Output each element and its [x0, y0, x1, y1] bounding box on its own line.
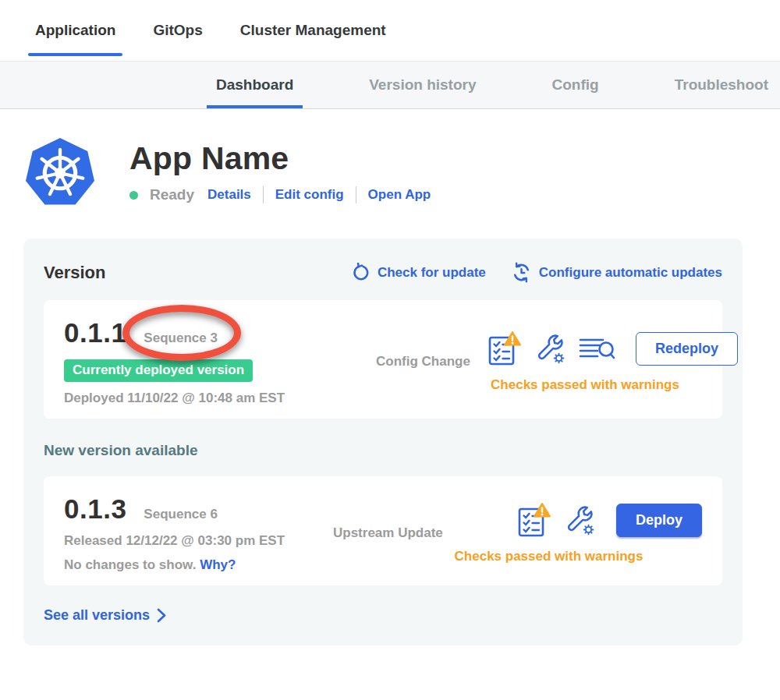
tab-version-history[interactable]: Version history [369, 62, 476, 108]
kubernetes-logo-icon [23, 134, 97, 212]
check-for-update-link[interactable]: Check for update [351, 263, 486, 282]
current-version-info: 0.1.1 Sequence 3 Currently deployed vers… [64, 317, 376, 406]
top-navigation: Application GitOps Cluster Management [0, 0, 780, 61]
auto-update-clock-icon [511, 262, 532, 283]
current-version-source-label: Config Change [376, 354, 487, 369]
gear-icon [555, 353, 564, 362]
version-panel-header: Version Check for update [44, 262, 722, 283]
available-version-actions: Deploy Checks passed with warnings [450, 503, 702, 564]
chevron-right-icon [157, 608, 166, 623]
edit-config-wrench-icon[interactable] [534, 334, 566, 365]
check-for-update-label: Check for update [378, 265, 486, 281]
new-version-heading: New version available [44, 442, 722, 459]
released-timestamp: Released 12/12/22 @ 03:30 pm EST [64, 533, 333, 549]
available-version-card: 0.1.3 Sequence 6 Released 12/12/22 @ 03:… [44, 476, 722, 585]
currently-deployed-badge: Currently deployed version [64, 359, 253, 382]
see-all-versions-label: See all versions [44, 607, 150, 624]
open-app-link[interactable]: Open App [368, 187, 431, 203]
current-version-number: 0.1.1 [64, 317, 126, 348]
current-version-sequence: Sequence 3 [144, 331, 218, 346]
current-version-card: 0.1.1 Sequence 3 Currently deployed vers… [44, 300, 722, 419]
configure-automatic-updates-link[interactable]: Configure automatic updates [511, 262, 722, 283]
sub-navigation: Dashboard Version history Config Trouble… [0, 61, 780, 109]
status-ready-dot [129, 191, 138, 200]
tab-dashboard[interactable]: Dashboard [216, 62, 293, 108]
checks-warning-text: Checks passed with warnings [450, 549, 702, 564]
nav-item-application[interactable]: Application [35, 0, 115, 61]
available-version-source-label: Upstream Update [333, 525, 450, 541]
checks-warning-text: Checks passed with warnings [487, 377, 738, 393]
app-header: App Name Ready Details Edit config Open … [0, 109, 780, 212]
preflight-checks-icon[interactable] [487, 331, 521, 367]
page-title: App Name [129, 140, 431, 177]
version-panel: Version Check for update [23, 239, 743, 645]
version-actions: Check for update Co [351, 262, 722, 283]
details-link[interactable]: Details [207, 187, 251, 203]
redeploy-button[interactable]: Redeploy [636, 332, 738, 366]
app-status-row: Ready Details Edit config Open App [129, 186, 431, 203]
see-all-versions-link[interactable]: See all versions [44, 607, 722, 624]
app-title-block: App Name Ready Details Edit config Open … [129, 134, 431, 203]
nav-item-gitops[interactable]: GitOps [153, 0, 202, 61]
divider [263, 186, 264, 203]
view-files-search-icon[interactable] [579, 334, 615, 364]
status-text: Ready [150, 186, 194, 203]
divider [356, 186, 356, 203]
edit-config-wrench-icon[interactable] [564, 505, 595, 536]
gear-icon [584, 525, 594, 534]
nav-item-cluster-management[interactable]: Cluster Management [240, 0, 386, 61]
current-version-actions: Redeploy Checks passed with warnings [487, 331, 738, 393]
app-dashboard-page: Application GitOps Cluster Management Da… [0, 0, 780, 700]
no-changes-line: No changes to show. Why? [64, 557, 333, 573]
why-link[interactable]: Why? [200, 557, 236, 572]
available-version-sequence: Sequence 6 [144, 507, 218, 522]
tab-config[interactable]: Config [552, 62, 599, 108]
available-version-info: 0.1.3 Sequence 6 Released 12/12/22 @ 03:… [64, 493, 333, 573]
version-heading: Version [44, 263, 105, 283]
configure-automatic-updates-label: Configure automatic updates [539, 265, 722, 281]
tab-troubleshoot[interactable]: Troubleshoot [675, 62, 768, 108]
no-changes-text: No changes to show. [64, 557, 196, 572]
edit-config-link[interactable]: Edit config [275, 187, 344, 203]
available-version-number: 0.1.3 [64, 493, 126, 525]
refresh-icon [351, 263, 370, 282]
preflight-checks-icon[interactable] [516, 503, 551, 539]
deployed-timestamp: Deployed 11/10/22 @ 10:48 am EST [64, 391, 376, 406]
deploy-button[interactable]: Deploy [616, 504, 702, 537]
